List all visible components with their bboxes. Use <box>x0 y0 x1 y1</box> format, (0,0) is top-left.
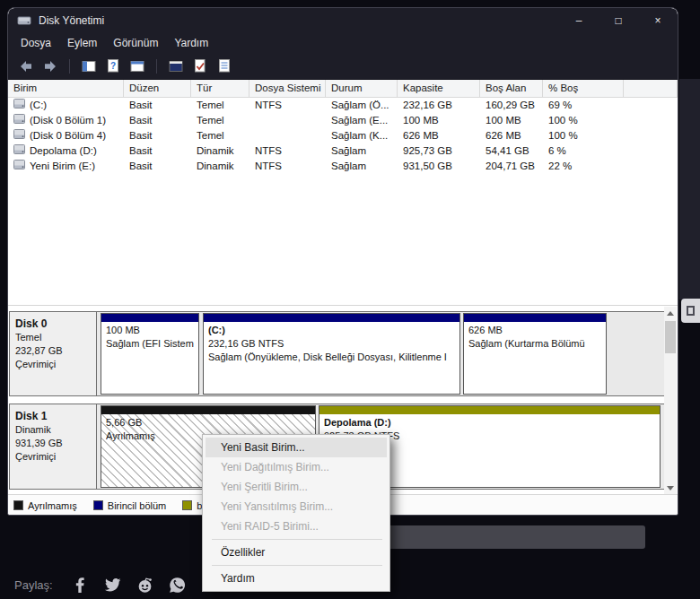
cell-layout: Basit <box>124 159 191 174</box>
cell-fs: NTFS <box>249 98 326 113</box>
maximize-button[interactable]: □ <box>599 8 638 33</box>
column-header-bos-alan[interactable]: Boş Alan <box>480 80 543 97</box>
partition-color-strip <box>204 314 459 322</box>
column-header-pct-bos[interactable]: % Boş <box>543 80 624 97</box>
menu-item-new-spanned-volume: Yeni Dağıtılmış Birim... <box>206 457 387 477</box>
column-header-birim[interactable]: Birim <box>8 80 124 97</box>
cell-free: 100 MB <box>480 113 543 128</box>
partition-tile-efi[interactable]: 100 MB Sağlam (EFI Sistem <box>101 313 199 395</box>
cell-type: Temel <box>191 128 249 143</box>
volume-row-bolum1[interactable]: (Disk 0 Bölüm 1) Basit Temel Sağlam (E..… <box>8 113 678 128</box>
legend-item-unallocated: Ayrılmamış <box>13 500 77 511</box>
volume-row-c[interactable]: (C:) Basit Temel NTFS Sağlam (Ö... 232,1… <box>8 98 678 113</box>
volume-list-header: Birim Düzen Tür Dosya Sistemi Durum Kapa… <box>8 80 678 98</box>
volume-name: Depolama (D:) <box>30 143 97 159</box>
legend-label: Birincil bölüm <box>108 500 166 511</box>
disk-1-label-panel[interactable]: Disk 1 Dinamik 931,39 GB Çevrimiçi <box>10 404 97 489</box>
volume-name: Yeni Birim (E:) <box>30 159 95 174</box>
menu-separator <box>212 539 382 540</box>
cell-status: Sağlam (Ö... <box>326 98 398 113</box>
facebook-icon[interactable] <box>72 577 89 594</box>
menu-dosya[interactable]: Dosya <box>13 35 59 51</box>
partition-title: Depolama (D:) <box>324 416 655 430</box>
scrollbar-thumb[interactable] <box>665 321 676 353</box>
menu-separator <box>212 565 382 566</box>
menu-item-properties[interactable]: Özellikler <box>206 543 387 562</box>
partition-tile-c[interactable]: (C:) 232,16 GB NTFS Sağlam (Önyükleme, D… <box>203 313 460 395</box>
share-bar: Paylaş: <box>14 574 218 595</box>
cell-free: 54,41 GB <box>480 143 543 159</box>
vertical-scrollbar[interactable] <box>664 307 677 494</box>
close-button[interactable]: × <box>638 8 678 33</box>
cell-pct-free: 100 % <box>543 113 624 128</box>
cell-type: Dinamik <box>191 159 249 174</box>
disk-0-label-panel[interactable]: Disk 0 Temel 232,87 GB Çevrimiçi <box>10 312 97 395</box>
widget-glyph-icon <box>687 306 695 316</box>
whatsapp-icon[interactable] <box>169 577 186 594</box>
disk-size: 232,87 GB <box>15 344 91 358</box>
cell-free: 626 MB <box>480 128 543 143</box>
minimize-button[interactable]: – <box>559 8 599 33</box>
context-menu: Yeni Basit Birim... Yeni Dağıtılmış Biri… <box>202 434 390 592</box>
menu-item-new-mirrored-volume: Yeni Yansıtılmış Birim... <box>206 497 387 517</box>
menu-item-new-striped-volume: Yeni Şeritli Birim... <box>206 477 387 497</box>
partition-tile-recovery[interactable]: 626 MB Sağlam (Kurtarma Bölümü <box>463 313 607 395</box>
disk-name: Disk 1 <box>15 409 91 423</box>
background-gray-bar <box>388 525 645 549</box>
column-header-duzen[interactable]: Düzen <box>124 80 191 97</box>
cell-layout: Basit <box>124 143 191 159</box>
disk-status: Çevrimiçi <box>15 450 91 464</box>
menu-bar: Dosya Eylem Görünüm Yardım <box>8 33 678 53</box>
help-icon[interactable]: ? <box>104 58 122 74</box>
cell-pct-free: 100 % <box>543 128 624 143</box>
partition-status: Sağlam (EFI Sistem <box>106 337 194 351</box>
column-header-dosya-sistemi[interactable]: Dosya Sistemi <box>249 80 326 97</box>
forward-icon[interactable] <box>41 58 59 74</box>
volume-icon <box>13 128 25 143</box>
legend-color-swatch <box>13 500 23 510</box>
menu-item-new-simple-volume[interactable]: Yeni Basit Birim... <box>206 438 387 457</box>
volume-row-yeni-birim[interactable]: Yeni Birim (E:) Basit Dinamik NTFS Sağla… <box>8 159 678 174</box>
disk-kind: Temel <box>15 331 91 344</box>
cell-capacity: 100 MB <box>398 113 480 128</box>
disk-kind: Dinamik <box>15 423 91 437</box>
partition-size: 100 MB <box>106 324 194 337</box>
menu-item-new-raid5-volume: Yeni RAID-5 Birimi... <box>206 517 387 536</box>
floating-widget-button[interactable] <box>681 299 700 323</box>
column-header-durum[interactable]: Durum <box>326 80 398 97</box>
menu-eylem[interactable]: Eylem <box>59 35 105 51</box>
cell-pct-free: 69 % <box>543 98 624 113</box>
menu-yardim[interactable]: Yardım <box>166 35 216 51</box>
legend-color-swatch <box>93 500 103 510</box>
volume-name: (Disk 0 Bölüm 1) <box>30 113 106 128</box>
legend-item-primary-partition: Birincil bölüm <box>93 500 166 511</box>
column-header-tur[interactable]: Tür <box>191 80 249 97</box>
back-icon[interactable] <box>17 58 35 74</box>
cell-free: 204,71 GB <box>480 159 543 174</box>
disk-status: Çevrimiçi <box>15 358 91 371</box>
reddit-icon[interactable] <box>136 577 153 594</box>
disk-drive-icon <box>17 13 31 28</box>
list-view-icon[interactable] <box>215 58 233 74</box>
title-bar: Disk Yönetimi – □ × <box>8 8 678 33</box>
cell-status: Sağlam (E... <box>326 113 398 128</box>
volume-row-bolum4[interactable]: (Disk 0 Bölüm 4) Basit Temel Sağlam (K..… <box>8 128 678 143</box>
volume-row-depolama[interactable]: Depolama (D:) Basit Dinamik NTFS Sağlam … <box>8 143 678 159</box>
column-header-kapasite[interactable]: Kapasite <box>398 80 480 97</box>
disk-name: Disk 0 <box>15 317 91 331</box>
twitter-icon[interactable] <box>104 577 121 594</box>
menu-item-help[interactable]: Yardım <box>206 569 387 588</box>
scroll-down-icon[interactable] <box>664 482 677 494</box>
console-tree-icon[interactable] <box>80 58 98 74</box>
cell-status: Sağlam (K... <box>326 128 398 143</box>
volume-icon <box>13 143 25 159</box>
background-side-panel <box>679 79 700 300</box>
scroll-up-icon[interactable] <box>664 307 677 319</box>
column-header-filler <box>624 80 678 97</box>
console-window-icon[interactable] <box>167 58 185 74</box>
window-view-icon[interactable] <box>128 58 146 74</box>
partition-size: 626 MB <box>468 324 601 337</box>
partition-status: Sağlam (Kurtarma Bölümü <box>468 337 601 351</box>
check-action-icon[interactable] <box>191 58 209 74</box>
menu-gorunum[interactable]: Görünüm <box>105 35 166 51</box>
